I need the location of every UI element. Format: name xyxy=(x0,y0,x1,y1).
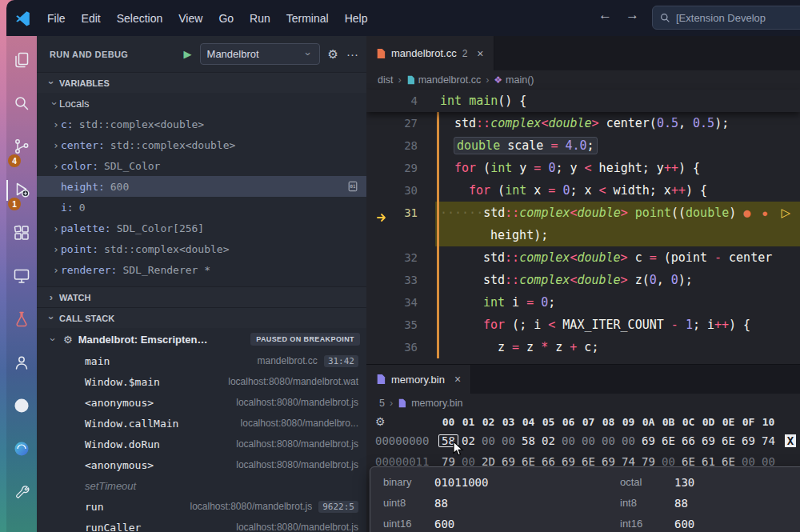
variable-row[interactable]: height:60001 xyxy=(37,176,366,197)
close-icon[interactable]: × xyxy=(477,47,483,60)
variable-row[interactable]: ›color:SDL_Color xyxy=(37,155,366,176)
code-line[interactable]: 27std::complex<double> center(0.5, 0.5); xyxy=(366,112,800,134)
variables-section-header[interactable]: › VARIABLES xyxy=(37,72,366,93)
hex-byte[interactable]: 00 xyxy=(578,434,598,447)
tab-memory-bin[interactable]: memory.bin × xyxy=(366,365,471,394)
code-line[interactable]: 33std::complex<double> z(0, 0); xyxy=(366,269,800,291)
hex-byte[interactable]: 6E xyxy=(718,434,738,447)
stack-frame[interactable]: <anonymous>localhost:8080/mandelbrot.js xyxy=(37,454,366,475)
variable-row[interactable]: ›c:std::complex<double> xyxy=(37,114,366,134)
menu-selection[interactable]: Selection xyxy=(109,8,171,29)
code-line[interactable]: 35for (; i < MAX_ITER_COUNT - 1; i++) { xyxy=(366,314,800,336)
stack-frame[interactable]: runlocalhost:8080/mandelbrot.js9622:5 xyxy=(37,496,366,517)
start-debug-icon[interactable]: ▶ xyxy=(184,48,192,60)
watch-section-header[interactable]: › WATCH xyxy=(37,286,366,307)
activity-live-share[interactable] xyxy=(8,346,35,390)
hex-byte[interactable]: 74 xyxy=(758,434,778,447)
stack-frame[interactable]: Window.$mainlocalhost:8080/mandelbrot.wa… xyxy=(37,371,366,392)
nav-back-icon[interactable]: ← xyxy=(598,7,612,23)
hex-byte[interactable]: 69 xyxy=(698,434,718,447)
nav-forward-icon[interactable]: → xyxy=(626,7,639,23)
call-stack-section-header[interactable]: › CALL STACK xyxy=(37,307,366,328)
stack-frame[interactable]: Window.doRunlocalhost:8080/mandelbrot.js xyxy=(37,434,366,454)
breadcrumb-symbol[interactable]: ❖ main() xyxy=(494,74,534,86)
code-token: > xyxy=(621,273,628,287)
activity-testing[interactable] xyxy=(8,303,35,346)
code-line[interactable]: 36z = z * z + c; xyxy=(366,336,800,358)
breadcrumb-item[interactable]: memory.bin xyxy=(411,398,462,409)
hex-byte[interactable]: 58 xyxy=(518,434,538,447)
sticky-scroll-line[interactable]: 4 int main() { xyxy=(366,90,800,112)
activity-search[interactable] xyxy=(8,87,35,130)
hex-byte[interactable]: 58 xyxy=(438,434,458,447)
code-line[interactable]: 34int i = 0; xyxy=(366,291,800,314)
hex-byte[interactable]: 69 xyxy=(738,434,758,447)
stack-frame[interactable]: <anonymous>localhost:8080/mandelbrot.js xyxy=(37,392,366,413)
code-token: z xyxy=(548,340,570,354)
hex-byte[interactable]: 6E xyxy=(658,434,678,447)
activity-tools[interactable] xyxy=(8,476,35,519)
activity-github[interactable] xyxy=(8,390,35,433)
activity-source-control[interactable]: 4 xyxy=(8,130,35,174)
stack-frame[interactable]: setTimeout xyxy=(37,475,366,496)
hex-byte[interactable]: 00 xyxy=(598,434,618,447)
menu-run[interactable]: Run xyxy=(242,8,278,29)
hex-byte[interactable]: 00 xyxy=(478,434,498,447)
hex-byte[interactable]: 00 xyxy=(498,434,518,447)
hex-byte[interactable]: 69 xyxy=(638,434,658,447)
code-line[interactable]: height); xyxy=(366,224,800,246)
hex-byte[interactable]: 66 xyxy=(678,434,698,447)
stack-frame[interactable]: Window.callMainlocalhost:8080/mandelbro.… xyxy=(37,413,366,434)
code-text: std::complex<double> c = (point - center xyxy=(435,246,772,269)
hex-settings-gear-icon[interactable]: ⚙ xyxy=(375,415,386,428)
code-token: ; xyxy=(548,295,555,310)
breadcrumb-file[interactable]: mandelbrot.cc xyxy=(406,74,482,86)
variable-row[interactable]: ›renderer:SDL_Renderer * xyxy=(37,259,366,280)
frame-name: run xyxy=(85,501,103,513)
vscode-window: FileEditSelectionViewGoRunTerminalHelp ←… xyxy=(0,0,800,532)
debug-settings-gear-icon[interactable]: ⚙ xyxy=(328,47,338,62)
menu-help[interactable]: Help xyxy=(337,8,376,29)
decoded-char[interactable]: X xyxy=(785,434,796,447)
activity-explorer[interactable] xyxy=(8,44,35,87)
menu-view[interactable]: View xyxy=(170,8,210,29)
hex-byte[interactable]: 00 xyxy=(618,434,638,447)
frame-location: localhost:8080/mandelbrot.wat xyxy=(228,376,358,387)
code-line[interactable]: 31······std::complex<double> point((doub… xyxy=(366,202,800,224)
close-icon[interactable]: × xyxy=(454,373,461,386)
hex-byte[interactable]: 02 xyxy=(538,434,558,447)
debug-session-row[interactable]: › ⚙ Mandelbrot: Emscripten… PAUSED ON BR… xyxy=(37,328,366,350)
code-line[interactable]: 30for (int x = 0; x < width; x++) { xyxy=(366,179,800,202)
menu-terminal[interactable]: Terminal xyxy=(278,8,337,29)
activity-extensions[interactable] xyxy=(8,217,35,260)
breadcrumb-folder[interactable]: dist xyxy=(378,74,393,86)
line-gutter: 33 xyxy=(366,274,435,286)
view-binary-icon[interactable]: 01 xyxy=(347,181,358,192)
code-text: for (; i < MAX_ITER_COUNT - 1; i++) { xyxy=(435,314,750,336)
activity-run-and-debug[interactable]: 1 xyxy=(8,174,35,217)
stack-frame[interactable]: runCallerlocalhost:8080/mandelbrot.js xyxy=(37,517,366,532)
stack-frame[interactable]: mainmandelbrot.cc31:42 xyxy=(37,350,366,371)
hex-byte[interactable]: 02 xyxy=(458,434,478,447)
code-token: 0 xyxy=(541,295,548,310)
variable-row[interactable]: ›center:std::complex<double> xyxy=(37,134,366,155)
menu-file[interactable]: File xyxy=(39,8,74,29)
code-line[interactable]: 32std::complex<double> c = (point - cent… xyxy=(366,246,800,269)
hex-byte[interactable]: 00 xyxy=(558,434,578,447)
code-lines: 27std::complex<double> center(0.5, 0.5);… xyxy=(366,112,800,358)
variable-row[interactable]: i:0 xyxy=(37,197,366,218)
locals-scope-row[interactable]: › Locals xyxy=(37,93,366,114)
breadcrumb-item[interactable]: 5 xyxy=(379,398,385,409)
tab-mandelbrot-cc[interactable]: mandelbrot.cc 2 × xyxy=(366,36,494,70)
activity-docker[interactable] xyxy=(8,433,35,476)
code-line[interactable]: 29for (int y = 0; y < height; y++) { xyxy=(366,157,800,179)
activity-remote-explorer[interactable] xyxy=(8,260,35,303)
menu-edit[interactable]: Edit xyxy=(74,8,109,29)
more-actions-icon[interactable]: ··· xyxy=(346,47,358,61)
variable-row[interactable]: ›palette:SDL_Color[256] xyxy=(37,218,366,238)
variable-row[interactable]: ›point:std::complex<double> xyxy=(37,238,366,259)
launch-config-dropdown[interactable]: Mandelbrot › xyxy=(200,43,320,65)
code-line[interactable]: 28double scale = 4.0; xyxy=(366,134,800,157)
command-center-search[interactable]: [Extension Develop xyxy=(652,6,800,30)
menu-go[interactable]: Go xyxy=(210,8,242,29)
